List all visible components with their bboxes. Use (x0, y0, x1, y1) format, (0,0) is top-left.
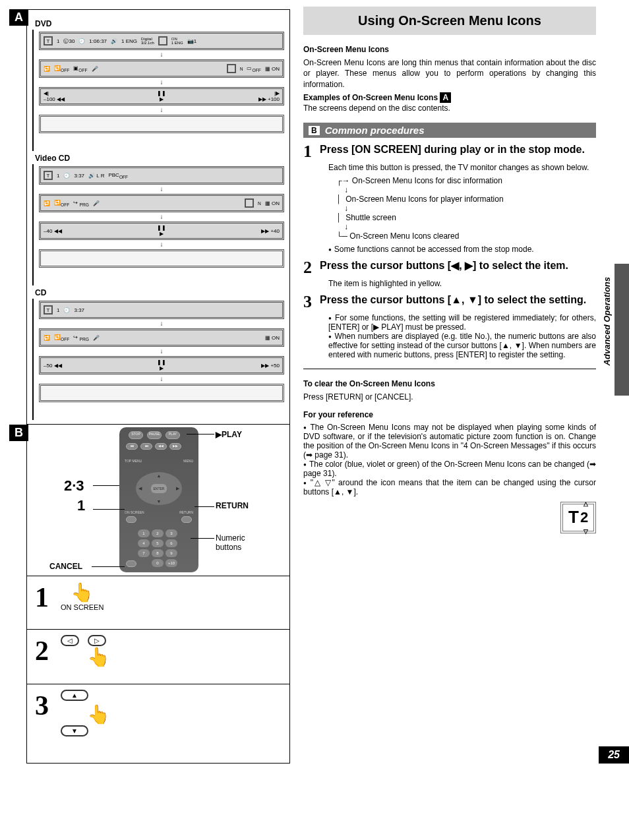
step-number: 2 (303, 259, 312, 276)
section-common-procedures: B Common procedures (303, 123, 596, 138)
triangle-up-icon: △ (584, 500, 588, 507)
side-section-label: Advanced Operations (602, 277, 612, 365)
procedure-step-1: 1 Press [ON SCREEN] during play or in th… (303, 143, 596, 160)
repeat-icon: 🔁 (44, 200, 50, 206)
tag-b: B (9, 425, 28, 441)
skip-back-button: ⏮ (126, 443, 138, 450)
intro-paragraph: On-Screen Menu Icons are long thin menus… (303, 57, 596, 90)
step-number: 3 (303, 293, 312, 311)
dvd-row1: T 1 Ⓒ30 🕘 1:06:37 🔊 1 ENG Digital3/2.1ch… (39, 32, 284, 50)
triangle-down-icon: ▽ (584, 528, 588, 535)
top-menu-label: TOP MENU (125, 459, 142, 463)
ff-button: ▶▶ (169, 443, 181, 450)
down-arrow-icon: ↓ (39, 187, 284, 192)
track-icon: T (44, 171, 53, 180)
vcd-row1: T 1 🕘 3:37 🔊 L R PBCOFF (39, 166, 284, 185)
cd-row1: T 1 🕘 3:37 (39, 301, 284, 319)
step2-sub: The item is highlighted in yellow. (328, 279, 596, 288)
cursor-down-button: ▼ (61, 725, 88, 736)
rew-button: ◀◀ (155, 443, 167, 450)
tag-a-ref: A (440, 92, 451, 103)
title-icon: T (44, 36, 53, 45)
vcd-row3: –40 ◀◀ ❚❚▶ ▶▶ +40 (39, 222, 284, 240)
reference-bullets: The On-Screen Menu Icons may not be disp… (303, 423, 596, 496)
track-icon: T (44, 305, 53, 315)
remote-diagram: STOP PAUSE PLAY ⏮ ⏭ ◀◀ ▶▶ TOP MENU MENU … (26, 425, 290, 576)
callout-numeric: Numeric buttons (216, 533, 262, 552)
hand-press-icon: 👆 (87, 704, 110, 725)
page-number: 25 (599, 746, 629, 764)
right-icon: ▶ (176, 486, 179, 491)
side-tab (614, 264, 629, 396)
step-panel-3: 3 ▲ 👆 ▼ (26, 684, 290, 764)
hand-press-icon: 👆 (87, 646, 110, 668)
callout-return: RETURN (216, 501, 249, 510)
dpad: ENTER ▲ ▼ ◀ ▶ (136, 472, 182, 505)
page-title: Using On-Screen Menu Icons (303, 7, 596, 35)
down-arrow-icon: ↓ (39, 349, 284, 354)
menu-label: MENU (183, 459, 193, 463)
return-button (181, 516, 192, 523)
dvd-row-blank (39, 115, 284, 133)
chapter-icon: Ⓒ30 (63, 38, 75, 45)
step-number: 1 (303, 143, 312, 160)
remote-body: STOP PAUSE PLAY ⏮ ⏭ ◀◀ ▶▶ TOP MENU MENU … (119, 427, 198, 572)
cd-row2: 🔁 🔁OFF ↪ PRG 🎤 ▦ ON (39, 328, 284, 347)
procedure-step-2: 2 Press the cursor buttons [◀, ▶] to sel… (303, 259, 596, 276)
on-screen-button (126, 516, 136, 523)
callout-1: 1 (77, 497, 85, 514)
up-icon: ▲ (157, 473, 162, 478)
vcd-row-blank (39, 249, 284, 268)
step-panel-1: 1 👆 ON SCREEN (26, 576, 290, 630)
mic-icon: 🎤 (93, 200, 100, 206)
step-title: Press the cursor buttons [◀, ▶] to selec… (320, 259, 568, 276)
step-title: Press the cursor buttons [▲, ▼] to selec… (320, 293, 586, 311)
osd-examples-frame: DVD T 1 Ⓒ30 🕘 1:06:37 🔊 1 ENG Digital3/2… (26, 9, 290, 425)
left-icon: ◀ (138, 486, 142, 491)
procedure-step-3: 3 Press the cursor buttons [▲, ▼] to sel… (303, 293, 596, 311)
callout-cancel: CANCEL (49, 562, 82, 571)
step1-sub: Each time this button is pressed, the TV… (328, 163, 596, 172)
step-number: 1 (35, 582, 49, 613)
step1-note: Some functions cannot be accessed from t… (328, 245, 596, 254)
reference-heading: For your reference (303, 409, 596, 420)
clock-icon: 🕘 (63, 173, 70, 179)
stop-button: STOP (129, 431, 143, 439)
t-icon: T (568, 507, 579, 527)
down-arrow-icon: ↓ (39, 80, 284, 85)
cursor-right-button: ▷ (88, 635, 106, 646)
cd-row3: –50 ◀◀ ❚❚▶ ▶▶ +50 (39, 356, 284, 375)
down-arrow-icon: ↓ (39, 214, 284, 220)
skip-fwd-button: ⏭ (140, 443, 152, 450)
screen-flow: ┌→ On-Screen Menu Icons for disc informa… (336, 176, 596, 241)
tag-a: A (9, 9, 28, 26)
mic-icon: 🎤 (93, 335, 100, 341)
down-arrow-icon: ↓ (39, 52, 284, 57)
down-arrow-icon: ↓ (39, 107, 284, 113)
vcd-row2: 🔁 🔁OFF ↪ PRG 🎤 N ▦ ON (39, 194, 284, 212)
cursor-up-button: ▲ (61, 690, 88, 701)
heading-osd-icons: On-Screen Menu Icons (303, 44, 596, 55)
brightness-icon: ▦ ON (265, 66, 280, 72)
down-arrow-icon: ↓ (39, 321, 284, 326)
on-screen-label: ON SCREEN (125, 510, 144, 514)
step-number: 2 (35, 635, 49, 667)
callout-23: 2·3 (64, 477, 84, 495)
clear-text: Press [RETURN] or [CANCEL]. (303, 392, 596, 402)
repeat-icon: 🔁 (44, 335, 50, 341)
on-screen-text: ON SCREEN (61, 603, 104, 611)
angle-icon: 📷1 (187, 38, 196, 44)
step-title: Press [ON SCREEN] during play or in the … (320, 143, 585, 160)
audio-icon: 🔊 (111, 38, 117, 44)
step-number: 3 (35, 690, 49, 721)
down-arrow-icon: ↓ (39, 376, 284, 382)
clock-icon: 🕘 (78, 38, 85, 44)
label-cd: CD (35, 288, 284, 297)
callout-play: ▶PLAY (216, 430, 242, 439)
label-dvd: DVD (35, 19, 284, 28)
down-icon: ▼ (157, 499, 162, 504)
cd-row-blank (39, 384, 284, 402)
numeric-pad: 123 456 789 0+10 (138, 529, 177, 567)
repeat-icon: 🔁 (44, 66, 50, 72)
clock-icon: 🕘 (63, 307, 70, 313)
